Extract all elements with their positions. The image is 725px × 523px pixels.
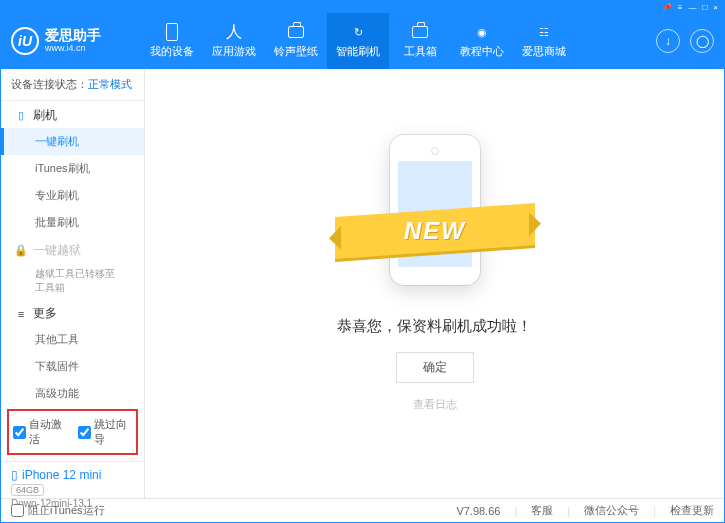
main-content: NEW 恭喜您，保资料刷机成功啦！ 确定 查看日志 — [145, 69, 724, 498]
nav-label: 智能刷机 — [336, 44, 380, 59]
nav-label: 工具箱 — [404, 44, 437, 59]
store-icon: ☷ — [535, 23, 553, 41]
device-name: iPhone 12 mini — [22, 468, 101, 482]
nav-my-device[interactable]: 我的设备 — [141, 13, 203, 69]
sidebar-item-other-tools[interactable]: 其他工具 — [1, 326, 144, 353]
menu-icon[interactable]: ≡ — [678, 3, 683, 12]
app-window: 📌 ≡ — □ × iU 爱思助手 www.i4.cn 我的设备 人应用游戏 铃… — [0, 0, 725, 523]
section-label: 刷机 — [33, 107, 57, 124]
auto-activate-input[interactable] — [13, 426, 26, 439]
sidebar-section-jailbreak: 🔒 一键越狱 — [1, 236, 144, 263]
header-right: ↓ ◯ — [656, 29, 714, 53]
checkbox-block-itunes[interactable]: 阻止iTunes运行 — [11, 503, 105, 518]
success-message: 恭喜您，保资料刷机成功啦！ — [337, 317, 532, 336]
nav-ringtone-wallpaper[interactable]: 铃声壁纸 — [265, 13, 327, 69]
sidebar-item-pro-flash[interactable]: 专业刷机 — [1, 182, 144, 209]
nav-label: 应用游戏 — [212, 44, 256, 59]
app-url: www.i4.cn — [45, 44, 101, 54]
sidebar-item-itunes-flash[interactable]: iTunes刷机 — [1, 155, 144, 182]
main-nav: 我的设备 人应用游戏 铃声壁纸 ↻智能刷机 工具箱 ◉教程中心 ☷爱思商城 — [141, 13, 656, 69]
options-highlight-box: 自动激活 跳过向导 — [7, 409, 138, 455]
ribbon-text: NEW — [404, 217, 466, 245]
checkbox-auto-activate[interactable]: 自动激活 — [13, 417, 68, 447]
nav-toolbox[interactable]: 工具箱 — [389, 13, 451, 69]
view-log-link[interactable]: 查看日志 — [413, 397, 457, 412]
nav-tutorial[interactable]: ◉教程中心 — [451, 13, 513, 69]
ringtone-icon — [287, 23, 305, 41]
more-icon: ≡ — [15, 308, 27, 320]
checkbox-skip-guide[interactable]: 跳过向导 — [78, 417, 133, 447]
connection-status: 设备连接状态：正常模式 — [1, 69, 144, 101]
jailbreak-note: 越狱工具已转移至 工具箱 — [1, 263, 144, 299]
tutorial-icon: ◉ — [473, 23, 491, 41]
account-button[interactable]: ◯ — [690, 29, 714, 53]
storage-badge: 64GB — [11, 484, 44, 496]
nav-smart-flash[interactable]: ↻智能刷机 — [327, 13, 389, 69]
conn-label: 设备连接状态： — [11, 78, 88, 90]
section-label: 一键越狱 — [33, 242, 81, 259]
apps-icon: 人 — [225, 23, 243, 41]
sidebar-section-more[interactable]: ≡ 更多 — [1, 299, 144, 326]
maximize-icon[interactable]: □ — [702, 3, 707, 12]
separator: | — [653, 505, 656, 517]
phone-icon: ▯ — [15, 110, 27, 122]
check-update-link[interactable]: 检查更新 — [670, 503, 714, 518]
device-name-row: ▯ iPhone 12 mini — [11, 468, 134, 482]
logo-area: iU 爱思助手 www.i4.cn — [11, 27, 141, 55]
app-logo-icon: iU — [11, 27, 39, 55]
nav-label: 教程中心 — [460, 44, 504, 59]
checkbox-label: 阻止iTunes运行 — [28, 503, 105, 518]
new-ribbon: NEW — [335, 203, 535, 259]
close-icon[interactable]: × — [713, 3, 718, 12]
lock-icon: 🔒 — [15, 245, 27, 257]
minimize-icon[interactable]: — — [688, 3, 696, 12]
header: iU 爱思助手 www.i4.cn 我的设备 人应用游戏 铃声壁纸 ↻智能刷机 … — [1, 13, 724, 69]
wechat-link[interactable]: 微信公众号 — [584, 503, 639, 518]
ok-button[interactable]: 确定 — [396, 352, 474, 383]
toolbox-icon — [411, 23, 429, 41]
nav-label: 爱思商城 — [522, 44, 566, 59]
flash-icon: ↻ — [349, 23, 367, 41]
success-illustration: NEW — [335, 125, 535, 295]
version-label: V7.98.66 — [456, 505, 500, 517]
pin-icon[interactable]: 📌 — [662, 3, 672, 12]
nav-store[interactable]: ☷爱思商城 — [513, 13, 575, 69]
sidebar-item-advanced[interactable]: 高级功能 — [1, 380, 144, 407]
titlebar: 📌 ≡ — □ × — [1, 1, 724, 13]
nav-apps-games[interactable]: 人应用游戏 — [203, 13, 265, 69]
skip-guide-input[interactable] — [78, 426, 91, 439]
sidebar-item-one-click-flash[interactable]: 一键刷机 — [1, 128, 144, 155]
nav-label: 我的设备 — [150, 44, 194, 59]
sidebar: 设备连接状态：正常模式 ▯ 刷机 一键刷机 iTunes刷机 专业刷机 批量刷机… — [1, 69, 145, 498]
download-button[interactable]: ↓ — [656, 29, 680, 53]
checkbox-label: 自动激活 — [29, 417, 68, 447]
customer-service-link[interactable]: 客服 — [531, 503, 553, 518]
separator: | — [514, 505, 517, 517]
nav-label: 铃声壁纸 — [274, 44, 318, 59]
body: 设备连接状态：正常模式 ▯ 刷机 一键刷机 iTunes刷机 专业刷机 批量刷机… — [1, 69, 724, 498]
sidebar-item-download-firmware[interactable]: 下载固件 — [1, 353, 144, 380]
device-icon — [163, 23, 181, 41]
app-name: 爱思助手 — [45, 28, 101, 43]
block-itunes-input[interactable] — [11, 504, 24, 517]
conn-mode: 正常模式 — [88, 78, 132, 90]
device-phone-icon: ▯ — [11, 468, 18, 482]
checkbox-label: 跳过向导 — [94, 417, 133, 447]
section-label: 更多 — [33, 305, 57, 322]
sidebar-section-flash[interactable]: ▯ 刷机 — [1, 101, 144, 128]
sidebar-item-batch-flash[interactable]: 批量刷机 — [1, 209, 144, 236]
separator: | — [567, 505, 570, 517]
